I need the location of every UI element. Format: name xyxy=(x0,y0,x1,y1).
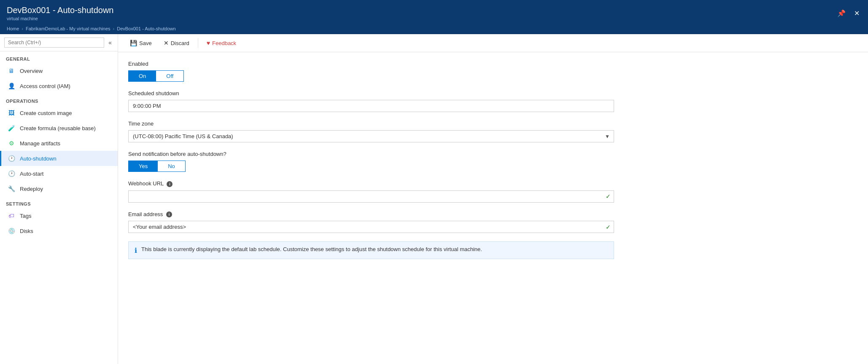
content-area: 💾 Save ✕ Discard ♥ Feedback Enabled On O… xyxy=(118,34,868,364)
breadcrumb-lab[interactable]: FabrikamDemoLab - My virtual machines xyxy=(26,26,111,31)
timezone-group: Time zone (UTC-08:00) Pacific Time (US &… xyxy=(128,120,614,142)
info-banner-icon: ℹ xyxy=(135,246,137,254)
sidebar-item-disks[interactable]: 💿 Disks xyxy=(0,223,118,238)
notification-toggle: Yes No xyxy=(128,161,186,172)
breadcrumb-sep-1: › xyxy=(22,26,23,31)
scheduled-shutdown-group: Scheduled shutdown xyxy=(128,90,614,112)
redeploy-icon: 🔧 xyxy=(7,185,16,193)
sidebar-section-operations: OPERATIONS xyxy=(0,94,118,105)
timezone-select[interactable]: (UTC-08:00) Pacific Time (US & Canada) (… xyxy=(128,130,614,142)
email-input[interactable] xyxy=(128,221,614,233)
discard-label: Discard xyxy=(171,40,189,46)
page-title: DevBox001 - Auto-shutdown xyxy=(7,5,114,15)
sidebar-item-auto-start[interactable]: 🕐 Auto-start xyxy=(0,166,118,181)
sidebar-item-auto-shutdown[interactable]: 🕐 Auto-shutdown xyxy=(0,151,118,166)
formula-icon: 🧪 xyxy=(7,124,16,132)
webhook-input-wrapper: ✓ xyxy=(128,190,614,203)
sidebar-section-settings: SETTINGS xyxy=(0,196,118,208)
timezone-select-wrapper: (UTC-08:00) Pacific Time (US & Canada) (… xyxy=(128,130,614,142)
feedback-label: Feedback xyxy=(212,40,236,46)
page-subtitle: virtual machine xyxy=(7,16,114,21)
toolbar: 💾 Save ✕ Discard ♥ Feedback xyxy=(118,34,868,52)
sidebar-label-custom-image: Create custom image xyxy=(20,110,72,116)
sidebar-label-artifacts: Manage artifacts xyxy=(20,140,60,147)
notification-yes-button[interactable]: Yes xyxy=(129,161,158,171)
sidebar-section-general: GENERAL xyxy=(0,51,118,63)
notification-group: Send notification before auto-shutdown? … xyxy=(128,151,614,172)
scheduled-input[interactable] xyxy=(128,100,614,112)
discard-icon: ✕ xyxy=(164,40,169,46)
timezone-label: Time zone xyxy=(128,120,614,127)
collapse-button[interactable]: « xyxy=(107,38,113,47)
feedback-icon: ♥ xyxy=(207,40,210,46)
sidebar-item-iam[interactable]: 👤 Access control (IAM) xyxy=(0,78,118,94)
email-info-icon[interactable]: i xyxy=(166,211,172,217)
artifacts-icon: ⚙ xyxy=(7,139,16,147)
notification-label: Send notification before auto-shutdown? xyxy=(128,151,614,157)
sidebar-label-overview: Overview xyxy=(20,68,43,74)
search-input[interactable] xyxy=(4,37,104,48)
save-icon: 💾 xyxy=(130,40,137,46)
form-content: Enabled On Off Scheduled shutdown Time z… xyxy=(118,52,624,268)
email-group: Email address i ✓ xyxy=(128,211,614,233)
email-check-icon: ✓ xyxy=(606,224,611,230)
custom-image-icon: 🖼 xyxy=(7,109,16,117)
sidebar-item-redeploy[interactable]: 🔧 Redeploy xyxy=(0,181,118,196)
notification-no-button[interactable]: No xyxy=(158,161,185,171)
header-left: DevBox001 - Auto-shutdown virtual machin… xyxy=(7,5,114,21)
breadcrumb: Home › FabrikamDemoLab - My virtual mach… xyxy=(0,26,868,34)
feedback-button[interactable]: ♥ Feedback xyxy=(202,37,241,48)
webhook-label: Webhook URL i xyxy=(128,180,614,187)
sidebar-label-redeploy: Redeploy xyxy=(20,186,43,192)
scheduled-label: Scheduled shutdown xyxy=(128,90,614,96)
enabled-toggle: On Off xyxy=(128,70,184,82)
webhook-check-icon: ✓ xyxy=(606,193,611,200)
enabled-group: Enabled On Off xyxy=(128,61,614,82)
discard-button[interactable]: ✕ Discard xyxy=(159,37,194,48)
info-banner: ℹ This blade is currently displaying the… xyxy=(128,241,614,259)
webhook-group: Webhook URL i ✓ xyxy=(128,180,614,203)
sidebar-label-auto-shutdown: Auto-shutdown xyxy=(20,155,57,162)
sidebar-label-formula: Create formula (reusable base) xyxy=(20,125,96,131)
webhook-input[interactable] xyxy=(128,190,614,203)
overview-icon: 🖥 xyxy=(7,67,16,75)
header-controls: 📌 ✕ xyxy=(836,8,861,19)
sidebar-item-tags[interactable]: 🏷 Tags xyxy=(0,208,118,223)
sidebar-item-artifacts[interactable]: ⚙ Manage artifacts xyxy=(0,136,118,151)
enabled-label: Enabled xyxy=(128,61,614,67)
email-label: Email address i xyxy=(128,211,614,218)
sidebar-item-custom-image[interactable]: 🖼 Create custom image xyxy=(0,105,118,120)
email-input-wrapper: ✓ xyxy=(128,221,614,233)
sidebar-label-disks: Disks xyxy=(20,228,33,234)
info-banner-text: This blade is currently displaying the d… xyxy=(141,246,482,252)
sidebar-item-overview[interactable]: 🖥 Overview xyxy=(0,63,118,78)
sidebar-label-tags: Tags xyxy=(20,213,31,219)
tags-icon: 🏷 xyxy=(7,211,16,220)
breadcrumb-home[interactable]: Home xyxy=(7,26,19,31)
save-button[interactable]: 💾 Save xyxy=(125,37,157,48)
header: DevBox001 - Auto-shutdown virtual machin… xyxy=(0,0,868,26)
iam-icon: 👤 xyxy=(7,82,16,90)
save-label: Save xyxy=(139,40,152,46)
breadcrumb-current: DevBox001 - Auto-shutdown xyxy=(117,26,175,31)
disks-icon: 💿 xyxy=(7,227,16,235)
toolbar-divider xyxy=(198,38,198,48)
breadcrumb-sep-2: › xyxy=(113,26,115,31)
sidebar: « GENERAL 🖥 Overview 👤 Access control (I… xyxy=(0,34,118,364)
webhook-info-icon[interactable]: i xyxy=(167,181,173,187)
sidebar-label-iam: Access control (IAM) xyxy=(20,83,70,89)
auto-start-icon: 🕐 xyxy=(7,169,16,178)
auto-shutdown-icon: 🕐 xyxy=(7,154,16,163)
sidebar-search-area: « xyxy=(0,34,118,51)
enabled-on-button[interactable]: On xyxy=(129,71,156,81)
main-layout: « GENERAL 🖥 Overview 👤 Access control (I… xyxy=(0,34,868,364)
pin-button[interactable]: 📌 xyxy=(836,8,847,19)
close-button[interactable]: ✕ xyxy=(852,8,861,19)
sidebar-label-auto-start: Auto-start xyxy=(20,171,43,177)
enabled-off-button[interactable]: Off xyxy=(156,71,183,81)
sidebar-item-formula[interactable]: 🧪 Create formula (reusable base) xyxy=(0,120,118,136)
